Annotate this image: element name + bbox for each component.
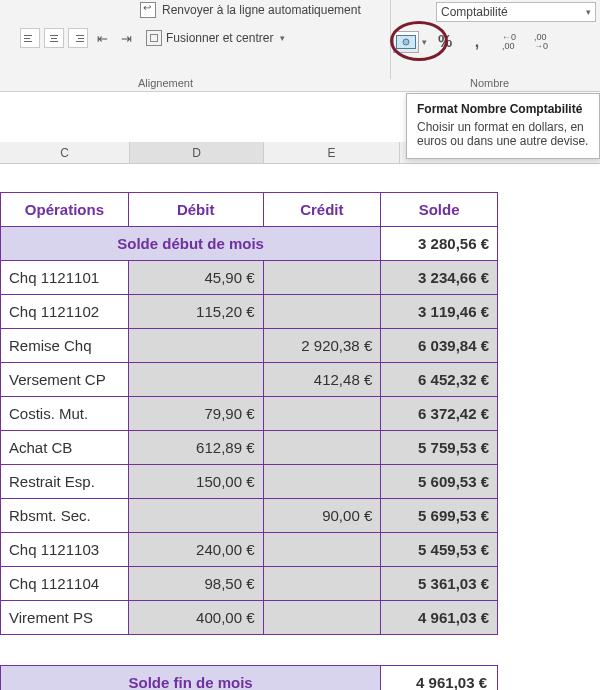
cell-credit: 412,48 €	[263, 363, 381, 397]
tooltip-body: Choisir un format en dollars, en euros o…	[417, 120, 589, 148]
cell-operation: Chq 1121103	[1, 533, 129, 567]
percent-format-button[interactable]: %	[430, 30, 460, 54]
cell-operation: Chq 1121104	[1, 567, 129, 601]
cell-debit: 400,00 €	[128, 601, 263, 635]
wrap-text-icon[interactable]	[140, 2, 156, 18]
group-label-number: Nombre	[470, 77, 509, 89]
cell-debit: 45,90 €	[128, 261, 263, 295]
cell-debit	[128, 329, 263, 363]
svg-point-1	[403, 39, 409, 45]
cell-credit: 90,00 €	[263, 499, 381, 533]
closing-table: Solde fin de mois 4 961,03 €	[0, 665, 498, 690]
cell-credit: 2 920,38 €	[263, 329, 381, 363]
header-operations[interactable]: Opérations	[1, 193, 129, 227]
cell-solde: 5 361,03 €	[381, 567, 498, 601]
ledger-table: Opérations Débit Crédit Solde Solde débu…	[0, 192, 498, 635]
table-row[interactable]: Achat CB612,89 €5 759,53 €	[1, 431, 498, 465]
col-header-c[interactable]: C	[0, 142, 130, 163]
cell-solde: 6 372,42 €	[381, 397, 498, 431]
table-row[interactable]: Virement PS400,00 €4 961,03 €	[1, 601, 498, 635]
cell-operation: Rbsmt. Sec.	[1, 499, 129, 533]
cell-solde: 4 961,03 €	[381, 601, 498, 635]
cell-credit	[263, 295, 381, 329]
cell-operation: Remise Chq	[1, 329, 129, 363]
decrease-indent-button[interactable]: ⇤	[92, 28, 112, 48]
col-header-d[interactable]: D	[130, 142, 264, 163]
cell-debit: 98,50 €	[128, 567, 263, 601]
cell-solde: 5 459,53 €	[381, 533, 498, 567]
tooltip-title: Format Nombre Comptabilité	[417, 102, 589, 116]
worksheet: Opérations Débit Crédit Solde Solde débu…	[0, 192, 600, 690]
cell-credit	[263, 601, 381, 635]
cell-debit: 79,90 €	[128, 397, 263, 431]
increase-indent-button[interactable]: ⇥	[116, 28, 136, 48]
increase-decimal-button[interactable]: ←0,00	[494, 30, 524, 54]
decrease-decimal-button[interactable]: ,00→0	[526, 30, 556, 54]
cell-operation: Achat CB	[1, 431, 129, 465]
table-row[interactable]: Rbsmt. Sec.90,00 €5 699,53 €	[1, 499, 498, 533]
opening-balance-row[interactable]: Solde début de mois 3 280,56 €	[1, 227, 498, 261]
cell-solde: 5 609,53 €	[381, 465, 498, 499]
cell-credit	[263, 397, 381, 431]
table-row[interactable]: Chq 1121102115,20 €3 119,46 €	[1, 295, 498, 329]
table-row[interactable]: Remise Chq2 920,38 €6 039,84 €	[1, 329, 498, 363]
align-right-button[interactable]	[68, 28, 88, 48]
cell-credit	[263, 465, 381, 499]
table-row[interactable]: Costis. Mut.79,90 €6 372,42 €	[1, 397, 498, 431]
table-row[interactable]: Restrait Esp.150,00 €5 609,53 €	[1, 465, 498, 499]
comma-format-button[interactable]: ,	[462, 30, 492, 54]
closing-label: Solde fin de mois	[1, 666, 381, 691]
chevron-down-icon: ▾	[422, 37, 427, 47]
cell-credit	[263, 261, 381, 295]
group-label-alignment: Alignement	[138, 77, 193, 89]
header-credit[interactable]: Crédit	[263, 193, 381, 227]
accounting-format-button[interactable]: ▾	[392, 30, 428, 54]
cell-operation: Restrait Esp.	[1, 465, 129, 499]
align-center-button[interactable]	[44, 28, 64, 48]
header-solde[interactable]: Solde	[381, 193, 498, 227]
cell-operation: Virement PS	[1, 601, 129, 635]
cell-solde: 6 452,32 €	[381, 363, 498, 397]
number-format-select[interactable]: Comptabilité ▾	[436, 2, 596, 22]
merge-label: Fusionner et centrer	[166, 31, 273, 45]
cell-credit	[263, 567, 381, 601]
opening-solde: 3 280,56 €	[381, 227, 498, 261]
table-row[interactable]: Chq 112110498,50 €5 361,03 €	[1, 567, 498, 601]
cell-operation: Chq 1121102	[1, 295, 129, 329]
cell-solde: 3 119,46 €	[381, 295, 498, 329]
wrap-text-label[interactable]: Renvoyer à la ligne automatiquement	[162, 3, 361, 17]
group-separator	[390, 0, 391, 79]
align-left-button[interactable]	[20, 28, 40, 48]
closing-solde: 4 961,03 €	[381, 666, 498, 691]
ribbon: Renvoyer à la ligne automatiquement ⇤ ⇥ …	[0, 0, 600, 92]
chevron-down-icon: ▾	[586, 7, 591, 17]
closing-balance-row[interactable]: Solde fin de mois 4 961,03 €	[1, 666, 498, 691]
cell-solde: 5 699,53 €	[381, 499, 498, 533]
header-debit[interactable]: Débit	[128, 193, 263, 227]
cell-debit: 612,89 €	[128, 431, 263, 465]
cell-debit: 150,00 €	[128, 465, 263, 499]
table-row[interactable]: Chq 1121103240,00 €5 459,53 €	[1, 533, 498, 567]
cell-debit	[128, 363, 263, 397]
merge-center-button[interactable]: Fusionner et centrer ▾	[146, 30, 285, 46]
tooltip-accounting-format: Format Nombre Comptabilité Choisir un fo…	[406, 93, 600, 159]
cell-solde: 3 234,66 €	[381, 261, 498, 295]
cell-operation: Chq 1121101	[1, 261, 129, 295]
cell-debit: 240,00 €	[128, 533, 263, 567]
cell-debit	[128, 499, 263, 533]
cell-credit	[263, 431, 381, 465]
merge-icon	[146, 30, 162, 46]
cell-credit	[263, 533, 381, 567]
chevron-down-icon: ▾	[280, 33, 285, 43]
cell-operation: Costis. Mut.	[1, 397, 129, 431]
cell-solde: 6 039,84 €	[381, 329, 498, 363]
cell-debit: 115,20 €	[128, 295, 263, 329]
col-header-e[interactable]: E	[264, 142, 400, 163]
cell-operation: Versement CP	[1, 363, 129, 397]
table-row[interactable]: Versement CP412,48 €6 452,32 €	[1, 363, 498, 397]
table-row[interactable]: Chq 112110145,90 €3 234,66 €	[1, 261, 498, 295]
banknote-icon	[393, 31, 419, 53]
opening-label: Solde début de mois	[1, 227, 381, 261]
number-format-value: Comptabilité	[441, 5, 508, 19]
cell-solde: 5 759,53 €	[381, 431, 498, 465]
